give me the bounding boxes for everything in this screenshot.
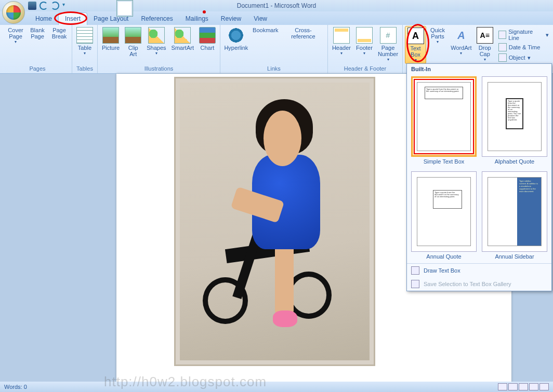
cross-reference-button[interactable]: Cross-reference — [281, 26, 325, 40]
group-illustrations: Picture ClipArt Shapes SmartArt Chart Il… — [98, 25, 220, 73]
window-title: Document1 - Microsoft Word — [237, 2, 317, 9]
header-button[interactable]: Header — [330, 26, 353, 57]
tab-references[interactable]: References — [135, 13, 179, 25]
tab-home[interactable]: Home — [29, 13, 58, 25]
annotation-dot — [203, 10, 206, 13]
word-count[interactable]: Words: 0 — [4, 384, 27, 390]
page-number-icon: # — [380, 27, 397, 44]
undo-icon[interactable] — [40, 2, 48, 10]
office-button[interactable] — [2, 1, 25, 24]
text-mini-column: Signature Line ▾ Date & Time Object ▾ — [496, 26, 551, 62]
wordart-icon: A — [453, 27, 469, 44]
draft-view-button[interactable] — [539, 383, 549, 390]
drop-cap-icon: A≡ — [477, 27, 493, 44]
smartart-button[interactable]: SmartArt — [169, 26, 196, 52]
shapes-button[interactable]: Shapes — [144, 26, 168, 57]
quick-access-toolbar: ▾ — [28, 2, 71, 10]
web-layout-view-button[interactable] — [519, 383, 528, 390]
drop-cap-button[interactable]: A≡DropCap — [475, 26, 495, 63]
gallery-item-annual-sidebar[interactable]: Type sidebar content. A sidebar is a sta… — [482, 171, 547, 261]
picture-button[interactable]: Picture — [100, 26, 122, 52]
outline-view-button[interactable] — [529, 383, 538, 390]
object-button[interactable]: Object ▾ — [496, 53, 551, 62]
ribbon-tabs: Home Insert Page Layout References Maili… — [0, 11, 553, 25]
object-icon — [498, 53, 507, 62]
footer-button[interactable]: Footer — [354, 26, 375, 57]
clip-art-icon — [125, 27, 141, 44]
signature-icon — [498, 31, 506, 39]
qat-customize-icon[interactable]: ▾ — [62, 2, 71, 10]
text-box-button[interactable]: ATextBox — [405, 26, 426, 64]
tab-insert[interactable]: Insert — [58, 12, 87, 25]
text-box-icon: A — [407, 28, 424, 44]
clip-art-button[interactable]: ClipArt — [123, 26, 143, 58]
text-box-gallery: Built-In Type a quote from the document … — [406, 63, 552, 291]
date-time-button[interactable]: Date & Time — [496, 43, 551, 52]
quick-parts-icon — [116, 0, 133, 17]
quick-parts-button[interactable]: QuickParts — [427, 26, 448, 45]
wordart-button[interactable]: AWordArt — [449, 26, 473, 57]
chart-icon — [199, 27, 216, 44]
group-header-footer: Header Footer #PageNumber Header & Foote… — [328, 25, 403, 73]
page-number-button[interactable]: #PageNumber — [376, 26, 400, 63]
shapes-icon — [148, 27, 165, 44]
group-pages: CoverPage BlankPage PageBreak Pages — [3, 25, 72, 73]
group-links: Hyperlink Bookmark Cross-reference Links — [220, 25, 328, 73]
tab-view[interactable]: View — [247, 13, 273, 25]
table-button[interactable]: Table — [74, 26, 95, 57]
signature-line-button[interactable]: Signature Line ▾ — [496, 28, 551, 42]
picture-icon — [102, 27, 119, 44]
view-buttons — [498, 383, 549, 390]
inserted-picture[interactable] — [174, 77, 375, 366]
save-icon[interactable] — [28, 2, 36, 10]
title-bar: ▾ Document1 - Microsoft Word — [0, 0, 553, 11]
save-selection-icon — [411, 280, 419, 288]
hyperlink-icon — [228, 27, 244, 44]
table-icon — [76, 27, 93, 44]
gallery-item-simple-text-box[interactable]: Type a quote from the document or the su… — [411, 76, 477, 166]
draw-text-box-command[interactable]: Draw Text Box — [407, 264, 551, 277]
gallery-item-annual-quote[interactable]: Type a quote from the document or the su… — [411, 171, 477, 261]
status-bar: Words: 0 — [0, 382, 553, 392]
cover-page-button[interactable]: CoverPage — [5, 26, 26, 45]
chart-button[interactable]: Chart — [197, 26, 218, 52]
bookmark-button[interactable]: Bookmark — [251, 26, 280, 34]
header-icon — [333, 27, 350, 44]
tab-mailings[interactable]: Mailings — [179, 13, 215, 25]
group-tables: Table Tables — [72, 25, 98, 73]
footer-icon — [356, 27, 373, 44]
date-time-icon — [498, 43, 507, 51]
smartart-icon — [174, 27, 191, 44]
full-screen-view-button[interactable] — [508, 383, 518, 390]
blank-page-button[interactable]: BlankPage — [27, 26, 48, 40]
draw-text-box-icon — [411, 266, 419, 275]
photo-content — [180, 83, 370, 360]
gallery-header: Built-In — [407, 64, 551, 74]
gallery-item-alphabet-quote[interactable]: Type a quote from the document or the su… — [482, 76, 547, 166]
tab-review[interactable]: Review — [215, 13, 247, 25]
hyperlink-button[interactable]: Hyperlink — [222, 26, 250, 52]
redo-icon[interactable] — [51, 2, 59, 10]
save-selection-command: Save Selection to Text Box Gallery — [407, 277, 551, 291]
page-break-button[interactable]: PageBreak — [49, 26, 70, 40]
print-layout-view-button[interactable] — [498, 383, 507, 390]
office-orb-icon — [6, 5, 21, 20]
